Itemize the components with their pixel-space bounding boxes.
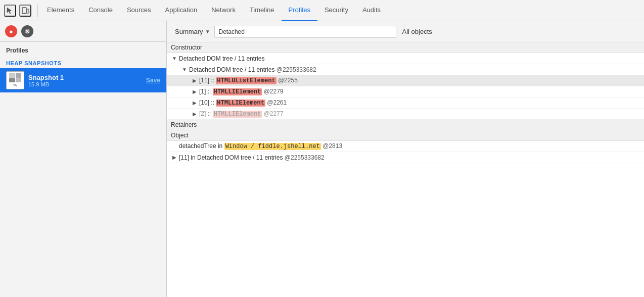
table-row[interactable]: Detached DOM tree / 11 entries: [167, 53, 644, 64]
filter-bar: Summary ▼ All objects: [167, 21, 644, 42]
expand-arrow-icon[interactable]: [181, 67, 188, 72]
filter-input[interactable]: [214, 26, 396, 38]
object-section-header: Object: [167, 130, 644, 141]
snapshot-info: Snapshot 1 15.9 MB: [28, 74, 142, 87]
tree-cell-text: [11] in Detached DOM tree / 11 entries @…: [178, 154, 325, 161]
tab-timeline[interactable]: Timeline: [243, 0, 282, 21]
sidebar-heap-snapshots-title: HEAP SNAPSHOTS: [0, 56, 166, 68]
tree-cell-text: [11] :: HTMLUListElement @2255: [198, 77, 298, 84]
tree-cell-text: [2] :: HTMLLIElement @2277: [198, 110, 284, 118]
expand-arrow-icon[interactable]: [191, 78, 198, 83]
svg-rect-1: [27, 9, 29, 13]
expand-arrow-icon[interactable]: [191, 89, 198, 94]
snapshot-icon: %: [6, 71, 24, 89]
constructor-section-header: Constructor: [167, 42, 644, 53]
tree-cell-text: Detached DOM tree / 11 entries @22553336…: [188, 66, 316, 73]
tab-sources[interactable]: Sources: [120, 0, 158, 21]
tab-profiles[interactable]: Profiles: [282, 0, 317, 21]
table-area: Constructor Detached DOM tree / 11 entri…: [167, 42, 644, 297]
all-objects-button[interactable]: All objects: [402, 28, 432, 35]
expand-arrow-icon[interactable]: [171, 155, 178, 160]
tab-list: Elements Console Sources Application Net…: [40, 0, 640, 21]
toolbar-icons: [4, 5, 38, 17]
table-row[interactable]: Detached DOM tree / 11 entries @22553336…: [167, 64, 644, 75]
sidebar-profiles-title: Profiles: [0, 42, 166, 56]
expand-arrow-icon[interactable]: [171, 56, 178, 61]
summary-label: Summary: [175, 28, 203, 35]
tab-console[interactable]: Console: [81, 0, 120, 21]
retainers-section-header: Retainers: [167, 120, 644, 130]
table-row[interactable]: [2] :: HTMLLIElement @2277: [167, 109, 644, 120]
device-icon[interactable]: [19, 5, 31, 17]
tab-application[interactable]: Application: [158, 0, 205, 21]
summary-dropdown[interactable]: Summary ▼: [171, 26, 214, 37]
table-row[interactable]: [10] :: HTMLLIElement @2261: [167, 97, 644, 109]
tree-cell-text: detachedTree in Window / fiddle.jshell.n…: [178, 142, 342, 150]
tree-cell-text: Detached DOM tree / 11 entries: [178, 55, 264, 62]
table-row[interactable]: detachedTree in Window / fiddle.jshell.n…: [167, 141, 644, 152]
tab-elements[interactable]: Elements: [40, 0, 81, 21]
summary-chevron-icon: ▼: [205, 29, 210, 34]
snapshot-size: 15.9 MB: [28, 81, 142, 87]
cursor-icon[interactable]: [4, 5, 16, 17]
record-button[interactable]: ●: [5, 25, 17, 37]
snapshot-name: Snapshot 1: [28, 74, 142, 81]
tree-cell-text: [10] :: HTMLLIElement @2261: [198, 99, 287, 107]
tab-security[interactable]: Security: [317, 0, 355, 21]
snapshot-save-link[interactable]: Save: [146, 77, 160, 84]
main-layout: ● Profiles HEAP SNAPSHOTS: [0, 21, 644, 297]
tab-audits[interactable]: Audits: [355, 0, 388, 21]
right-panel: Summary ▼ All objects Constructor Detach…: [167, 21, 644, 297]
svg-point-2: [24, 13, 25, 14]
stop-button[interactable]: [21, 25, 33, 37]
top-toolbar: Elements Console Sources Application Net…: [0, 0, 644, 21]
sidebar: ● Profiles HEAP SNAPSHOTS: [0, 21, 167, 297]
expand-arrow-icon[interactable]: [191, 100, 198, 106]
table-row[interactable]: [11] :: HTMLUListElement @2255: [167, 75, 644, 86]
table-row[interactable]: [1] :: HTMLLIElement @2279: [167, 86, 644, 97]
expand-arrow-icon[interactable]: [191, 111, 198, 117]
tab-network[interactable]: Network: [204, 0, 243, 21]
table-row[interactable]: [11] in Detached DOM tree / 11 entries @…: [167, 152, 644, 163]
sidebar-action-bar: ●: [0, 21, 166, 42]
tree-cell-text: [1] :: HTMLLIElement @2279: [198, 88, 284, 95]
snapshot-item[interactable]: % Snapshot 1 15.9 MB Save: [0, 68, 166, 92]
